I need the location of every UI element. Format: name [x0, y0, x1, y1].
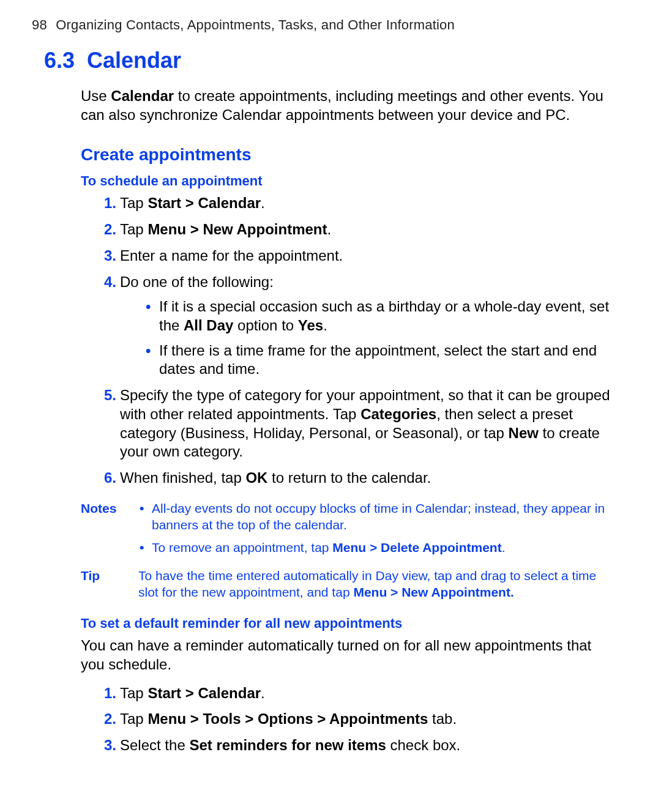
reminder-steps: 1. Tap Start > Calendar. 2. Tap Menu > T…	[98, 684, 618, 755]
step-4: 4. Do one of the following: If it is a s…	[98, 273, 618, 379]
reminder-step-2: 2. Tap Menu > Tools > Options > Appointm…	[98, 710, 618, 729]
subsection-heading: Create appointments	[81, 145, 618, 165]
manual-page: 98 Organizing Contacts, Appointments, Ta…	[0, 0, 661, 812]
reminder-description: You can have a reminder automatically tu…	[81, 636, 618, 674]
step-6: 6. When finished, tap OK to return to th…	[98, 469, 618, 488]
notes-list: All-day events do not occupy blocks of t…	[138, 500, 618, 556]
tip-block: Tip To have the time entered automatical…	[81, 567, 618, 601]
step-5: 5. Specify the type of category for your…	[98, 386, 618, 461]
page-number: 98	[32, 17, 47, 32]
note-2: To remove an appointment, tap Menu > Del…	[138, 539, 618, 556]
running-header: 98 Organizing Contacts, Appointments, Ta…	[32, 17, 618, 33]
notes-block: Notes All-day events do not occupy block…	[81, 500, 618, 562]
step-2: 2. Tap Menu > New Appointment.	[98, 220, 618, 239]
tip-body: To have the time entered automatically i…	[138, 567, 618, 601]
reminder-step-3: 3. Select the Set reminders for new item…	[98, 736, 618, 755]
section-title: Calendar	[87, 48, 181, 73]
section-heading: 6.3 Calendar	[44, 48, 618, 73]
reminder-heading: To set a default reminder for all new ap…	[81, 616, 618, 631]
option-all-day: If it is a special occasion such as a bi…	[142, 297, 618, 335]
step-4-options: If it is a special occasion such as a bi…	[142, 297, 618, 379]
reminder-step-1: 1. Tap Start > Calendar.	[98, 684, 618, 703]
note-1: All-day events do not occupy blocks of t…	[138, 500, 618, 534]
schedule-steps: 1. Tap Start > Calendar. 2. Tap Menu > N…	[98, 194, 618, 487]
step-1: 1. Tap Start > Calendar.	[98, 194, 618, 213]
section-number: 6.3	[44, 48, 75, 73]
notes-label: Notes	[81, 500, 127, 562]
topic-heading: To schedule an appointment	[81, 173, 618, 189]
step-3: 3. Enter a name for the appointment.	[98, 247, 618, 266]
running-title: Organizing Contacts, Appointments, Tasks…	[56, 17, 455, 32]
option-timeframe: If there is a time frame for the appoint…	[142, 341, 618, 379]
tip-label: Tip	[81, 567, 127, 601]
section-intro: Use Calendar to create appointments, inc…	[81, 87, 618, 124]
